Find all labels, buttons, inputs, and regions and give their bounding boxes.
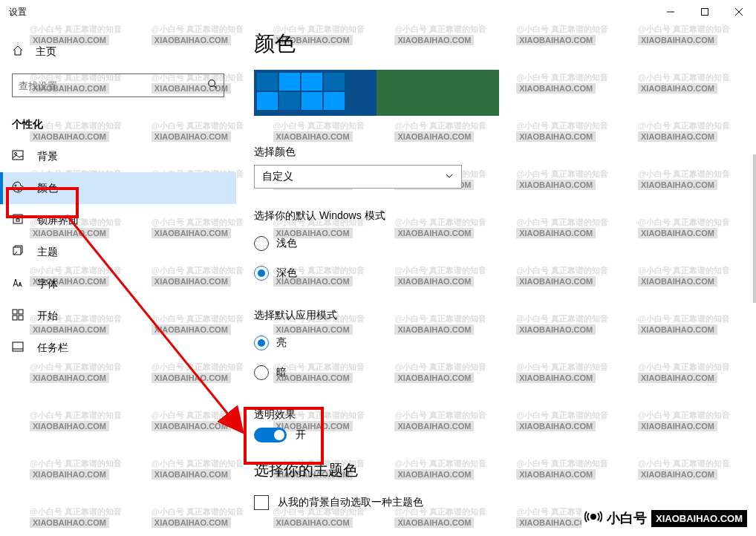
checkbox-label: 从我的背景自动选取一种主题色 — [278, 496, 423, 509]
section-title: 个性化 — [0, 112, 236, 140]
page-title: 颜色 — [254, 30, 738, 58]
svg-point-10 — [18, 189, 19, 191]
search-input[interactable] — [19, 80, 207, 91]
svg-rect-6 — [13, 151, 23, 160]
scrollbar[interactable] — [753, 46, 756, 536]
signal-icon — [584, 508, 602, 529]
sidebar-item-label: 开始 — [37, 310, 58, 323]
radio-windows-light[interactable]: 浅色 — [254, 229, 738, 258]
radio-label: 浅色 — [276, 237, 297, 250]
radio-icon — [254, 365, 269, 380]
window-title: 设置 — [9, 6, 27, 19]
svg-point-8 — [15, 185, 16, 186]
maximize-button[interactable] — [688, 0, 722, 24]
sidebar-item-themes[interactable]: 主题 — [0, 236, 236, 268]
radio-windows-dark[interactable]: 深色 — [254, 258, 738, 288]
svg-rect-12 — [16, 219, 19, 221]
home-link[interactable]: 主页 — [0, 39, 236, 65]
search-box[interactable] — [12, 73, 224, 97]
dropdown-value: 自定义 — [262, 170, 293, 183]
svg-line-5 — [215, 86, 218, 89]
sidebar-item-background[interactable]: 背景 — [0, 140, 236, 172]
sidebar-item-start[interactable]: 开始 — [0, 300, 236, 332]
svg-rect-18 — [13, 342, 23, 351]
sidebar-item-label: 字体 — [37, 278, 58, 291]
sidebar-item-label: 颜色 — [37, 182, 58, 195]
toggle-state-label: 开 — [296, 428, 306, 442]
search-icon — [207, 79, 218, 92]
watermark-badge: 小白号 XIAOBAIHAO.COM — [581, 506, 750, 530]
radio-icon — [254, 236, 269, 251]
radio-icon — [254, 336, 269, 350]
svg-rect-15 — [19, 310, 23, 314]
radio-app-dark[interactable]: 暗 — [254, 358, 738, 388]
svg-point-21 — [591, 514, 596, 519]
taskbar-icon — [12, 341, 24, 355]
lockscreen-icon — [12, 213, 24, 227]
sidebar-item-fonts[interactable]: 字体 — [0, 268, 236, 300]
radio-label: 亮 — [276, 336, 287, 350]
badge-pill: XIAOBAIHAO.COM — [651, 510, 747, 527]
auto-pick-checkbox[interactable] — [254, 495, 269, 510]
svg-point-4 — [209, 80, 215, 87]
sidebar-item-label: 背景 — [37, 150, 58, 163]
home-label: 主页 — [36, 45, 56, 59]
svg-point-9 — [15, 188, 16, 189]
chevron-down-icon — [445, 170, 454, 183]
radio-label: 深色 — [276, 267, 297, 280]
radio-app-light[interactable]: 亮 — [254, 328, 738, 358]
transparency-toggle[interactable] — [254, 428, 287, 442]
choose-color-dropdown[interactable]: 自定义 — [254, 165, 462, 189]
transparency-label: 透明效果 — [254, 408, 738, 422]
sidebar-item-label: 主题 — [37, 246, 58, 259]
theme-color-heading: 选择你的主题色 — [254, 460, 738, 480]
svg-rect-17 — [19, 316, 23, 320]
sidebar-item-lockscreen[interactable]: 锁屏界面 — [0, 204, 236, 236]
windows-mode-label: 选择你的默认 Windows 模式 — [254, 209, 738, 223]
app-mode-label: 选择默认应用模式 — [254, 309, 738, 322]
sidebar-item-label: 任务栏 — [37, 341, 68, 355]
sidebar-item-label: 锁屏界面 — [37, 214, 79, 227]
svg-rect-14 — [13, 310, 17, 314]
start-icon — [12, 309, 24, 323]
svg-rect-1 — [702, 9, 708, 16]
svg-rect-16 — [13, 316, 17, 320]
minimize-button[interactable] — [654, 0, 688, 24]
radio-icon — [254, 266, 269, 281]
radio-label: 暗 — [276, 366, 287, 379]
fonts-icon — [12, 277, 24, 291]
close-button[interactable] — [722, 0, 756, 24]
sidebar-item-taskbar[interactable]: 任务栏 — [0, 332, 236, 364]
sidebar-item-colors[interactable]: 颜色 — [0, 172, 236, 204]
home-icon — [12, 45, 24, 59]
color-preview — [254, 70, 499, 116]
svg-point-7 — [15, 153, 17, 155]
palette-icon — [12, 181, 24, 195]
badge-text: 小白号 — [607, 509, 647, 527]
svg-rect-13 — [13, 247, 21, 255]
themes-icon — [12, 245, 24, 259]
choose-color-label: 选择颜色 — [254, 146, 738, 159]
picture-icon — [12, 149, 24, 163]
